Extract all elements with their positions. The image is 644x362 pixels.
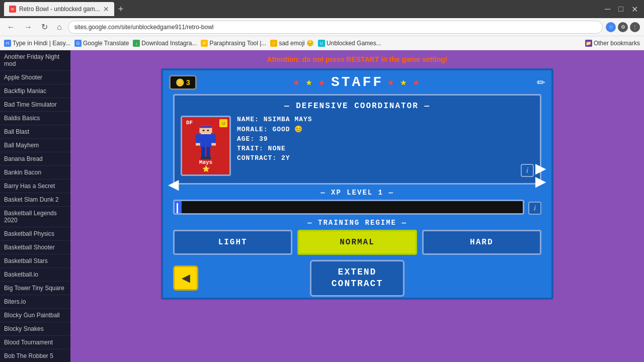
bookmark-emoji-icon: ⚡	[270, 40, 277, 47]
home-button[interactable]: ⌂	[54, 22, 65, 33]
bookmark-instagram-icon: ↓	[133, 40, 140, 47]
sidebar-item-baldis[interactable]: Baldis Basics	[0, 112, 70, 125]
bookmark-emoji[interactable]: ⚡ sad emoji 😔	[270, 40, 314, 47]
bookmark-translate-icon: G	[74, 40, 82, 47]
edit-button[interactable]: ✏	[537, 76, 545, 88]
bookmark-instagram[interactable]: ↓ Download Instagra...	[133, 40, 197, 47]
svg-rect-8	[211, 134, 216, 143]
sidebar-item-bankin[interactable]: Bankin Bacon	[0, 166, 70, 179]
minimize-button[interactable]: ─	[603, 5, 612, 14]
bookmark-paraphrase[interactable]: P Paraphrasing Tool |...	[201, 40, 266, 47]
sidebar-item-backflip[interactable]: Backflip Maniac	[0, 84, 70, 98]
prev-staff-button[interactable]: ◀	[163, 171, 184, 198]
bookmark-other-icon: 📁	[585, 40, 592, 47]
staff-label: STAFF	[331, 74, 383, 90]
back-button[interactable]: ◀	[173, 265, 198, 291]
nav-bar: ← → ↻ ⌂ sites.google.com/site/unblockedg…	[0, 18, 644, 36]
training-section: — TRAINING REGIME — LIGHT NORMAL HARD	[173, 219, 541, 255]
bookmark-other[interactable]: 📁 Other bookmarks	[585, 40, 640, 47]
sidebar-item-another-friday[interactable]: Another Friday Night mod	[0, 50, 70, 71]
maximize-button[interactable]: □	[616, 5, 625, 14]
player-trait-row: TRAIT: NONE	[237, 145, 534, 152]
bookmark-icon[interactable]: ☆	[606, 22, 616, 32]
address-bar[interactable]: sites.google.com/site/unblockedgame911/r…	[68, 21, 603, 34]
bookmarks-bar: H Type in Hindi | Easy... G Google Trans…	[0, 36, 644, 50]
sidebar-item-big-tower[interactable]: Big Tower Tiny Square	[0, 282, 70, 295]
sidebar-item-bob-robber[interactable]: Bob The Robber 5	[0, 349, 70, 362]
close-button[interactable]: ✕	[629, 5, 640, 14]
bookmark-translate-label: Google Translate	[83, 40, 129, 47]
sidebar-item-basketball-io[interactable]: Basketball.io	[0, 268, 70, 282]
sidebar-item-apple-shooter[interactable]: Apple Shooter	[0, 71, 70, 84]
sidebar-item-blocky-snakes[interactable]: Blocky Snakes	[0, 322, 70, 336]
svg-rect-12	[206, 147, 210, 157]
star-6: ★	[413, 75, 422, 89]
training-normal-button[interactable]: NORMAL	[297, 230, 417, 255]
xp-bar	[173, 200, 524, 215]
sidebar-item-basketball-physics[interactable]: Basketball Physics	[0, 227, 70, 241]
svg-rect-6	[200, 134, 212, 147]
sidebar-item-banana[interactable]: Banana Bread	[0, 152, 70, 166]
tab-favicon: R	[9, 6, 16, 13]
player-sprite	[191, 124, 221, 162]
player-portrait: DF 😊	[181, 116, 231, 176]
extensions-icon[interactable]: ⚙	[618, 22, 628, 32]
title-bar: R Retro Bowl - unblocked gam... ✕ + ─ □ …	[0, 0, 644, 18]
forward-nav-button[interactable]: →	[21, 22, 35, 33]
content-area: Another Friday Night mod Apple Shooter B…	[0, 50, 644, 362]
window-controls: ─ □ ✕	[603, 5, 640, 14]
reload-button[interactable]: ↻	[38, 21, 51, 33]
svg-rect-1	[200, 128, 201, 133]
player-morale-row: MORALE: GOOD 😊	[237, 125, 534, 133]
coin-icon: 🪙	[176, 78, 184, 86]
next-staff-nav-button[interactable]: ▶	[530, 155, 551, 182]
player-name-tag: Mays	[199, 159, 212, 165]
game-container: 🪙 3 ★ ★ ★ STAFF ★ ★ ★ ✏ ◀	[161, 68, 553, 300]
menu-icon[interactable]: ⋮	[630, 22, 640, 32]
star-5: ★	[400, 75, 409, 89]
back-nav-button[interactable]: ←	[4, 22, 18, 33]
bookmark-hindi-icon: H	[4, 40, 11, 47]
bookmark-unblocked-icon: U	[318, 40, 325, 47]
sidebar-item-basket-slam[interactable]: Basket Slam Dunk 2	[0, 193, 70, 207]
staff-info: NAME: NSIMBA MAYS MORALE: GOOD 😊 AGE: 39…	[237, 116, 534, 177]
svg-rect-5	[207, 130, 209, 131]
sidebar-item-biters[interactable]: Biters.io	[0, 295, 70, 309]
sidebar-item-basketball-stars[interactable]: Basketball Stars	[0, 254, 70, 268]
tab-title: Retro Bowl - unblocked gam...	[19, 6, 100, 13]
xp-section: — XP LEVEL 1 — i	[173, 189, 541, 215]
sidebar-item-blocky-gun[interactable]: Blocky Gun Paintball	[0, 309, 70, 322]
sidebar-item-basketball-shooter[interactable]: Basketball Shooter	[0, 241, 70, 254]
xp-cursor	[177, 203, 178, 213]
player-star: ⭐	[202, 165, 210, 172]
section-title: — DEFENSIVE COORDINATOR —	[181, 102, 534, 111]
position-badge: DF	[184, 119, 195, 126]
new-tab-button[interactable]: +	[118, 4, 124, 15]
svg-rect-2	[211, 128, 212, 133]
svg-rect-4	[203, 130, 205, 131]
sidebar-item-basketball-legends[interactable]: Basketball Legends 2020	[0, 207, 70, 227]
sidebar-item-ball-mayhem[interactable]: Ball Mayhem	[0, 139, 70, 152]
game-bottom: ◀ EXTENDCONTRACT	[163, 255, 551, 300]
staff-card-content: DF 😊	[181, 116, 534, 177]
xp-info-button[interactable]: i	[528, 202, 541, 215]
training-hard-button[interactable]: HARD	[422, 230, 541, 255]
staff-card-section: — DEFENSIVE COORDINATOR — DF 😊	[173, 94, 541, 185]
training-light-button[interactable]: LIGHT	[173, 230, 292, 255]
staff-title: ★ ★ ★ STAFF ★ ★ ★	[293, 74, 422, 90]
sidebar-item-barry[interactable]: Barry Has a Secret	[0, 179, 70, 193]
svg-rect-7	[196, 134, 200, 143]
sidebar-item-blood-tournament[interactable]: Blood Tournament	[0, 336, 70, 349]
tab-close-button[interactable]: ✕	[103, 5, 109, 13]
bookmark-paraphrase-label: Paraphrasing Tool |...	[209, 40, 266, 47]
sidebar-item-bad-time[interactable]: Bad Time Simulator	[0, 98, 70, 112]
url-text: sites.google.com/site/unblockedgame911/r…	[74, 24, 214, 31]
sidebar-item-ball-blast[interactable]: Ball Blast	[0, 125, 70, 139]
extend-contract-button[interactable]: EXTENDCONTRACT	[310, 260, 405, 297]
training-buttons: LIGHT NORMAL HARD	[173, 230, 541, 255]
coin-count: 3	[186, 78, 190, 86]
bookmark-unblocked[interactable]: U Unblocked Games...	[318, 40, 381, 47]
bookmark-translate[interactable]: G Google Translate	[74, 40, 129, 47]
browser-tab[interactable]: R Retro Bowl - unblocked gam... ✕	[4, 2, 114, 16]
bookmark-hindi[interactable]: H Type in Hindi | Easy...	[4, 40, 70, 47]
